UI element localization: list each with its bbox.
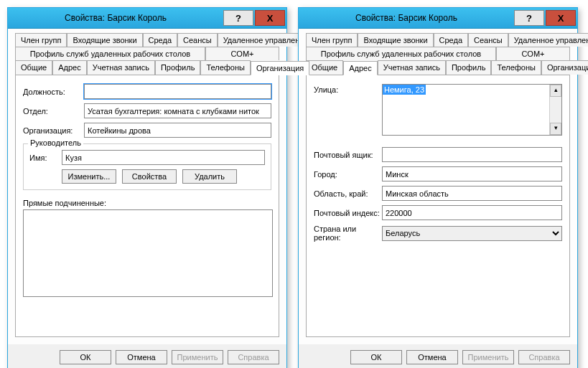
manager-delete-button[interactable]: Удалить bbox=[182, 169, 237, 184]
tab-incoming-calls[interactable]: Входящие звонки bbox=[358, 33, 433, 47]
help-button[interactable]: ? bbox=[223, 10, 253, 26]
cancel-button[interactable]: Отмена bbox=[116, 350, 167, 364]
properties-dialog-org: Свойства: Барсик Король ? X Член групп В… bbox=[7, 7, 287, 368]
manager-group-legend: Руководитель bbox=[28, 138, 83, 147]
close-button[interactable]: X bbox=[546, 10, 576, 26]
pobox-label: Почтовый ящик: bbox=[314, 151, 382, 159]
department-input[interactable] bbox=[84, 103, 271, 118]
tab-organization[interactable]: Организация bbox=[251, 61, 309, 75]
zip-input[interactable] bbox=[382, 205, 562, 220]
apply-button[interactable]: Применить bbox=[462, 350, 514, 364]
direct-reports-label: Прямые подчиненные: bbox=[23, 199, 271, 207]
tab-address[interactable]: Адрес bbox=[343, 61, 378, 75]
apply-button[interactable]: Применить bbox=[172, 350, 223, 364]
tab-panel-organization: Должность: Отдел: Организация: Руководит… bbox=[15, 75, 279, 337]
city-input[interactable] bbox=[382, 166, 562, 181]
window-title: Свойства: Барсик Король bbox=[299, 13, 514, 23]
cancel-button[interactable]: Отмена bbox=[406, 350, 458, 364]
scroll-up-icon[interactable]: ▴ bbox=[550, 85, 561, 97]
dialog-footer: ОК Отмена Применить Справка bbox=[299, 344, 577, 368]
tab-incoming-calls[interactable]: Входящие звонки bbox=[67, 33, 142, 47]
pobox-input[interactable] bbox=[382, 147, 562, 162]
tab-account[interactable]: Учетная запись bbox=[378, 60, 446, 75]
tab-profile[interactable]: Профиль bbox=[155, 60, 201, 75]
tab-address[interactable]: Адрес bbox=[52, 60, 87, 75]
tab-phones[interactable]: Телефоны bbox=[200, 60, 251, 75]
manager-change-button[interactable]: Изменить... bbox=[62, 169, 116, 184]
help-button-footer[interactable]: Справка bbox=[518, 350, 570, 364]
tab-rdp-profile[interactable]: Профиль служб удаленных рабочих столов bbox=[15, 47, 205, 60]
ok-button[interactable]: ОК bbox=[350, 350, 402, 364]
scroll-down-icon[interactable]: ▾ bbox=[550, 123, 561, 135]
tab-rdp-profile[interactable]: Профиль служб удаленных рабочих столов bbox=[306, 47, 496, 60]
tab-general[interactable]: Общие bbox=[306, 60, 343, 75]
tab-com-plus[interactable]: COM+ bbox=[496, 47, 570, 60]
titlebar[interactable]: Свойства: Барсик Король ? X bbox=[299, 8, 577, 29]
region-input[interactable] bbox=[382, 186, 562, 201]
position-input[interactable] bbox=[84, 84, 271, 99]
close-button[interactable]: X bbox=[255, 10, 285, 26]
region-label: Область, край: bbox=[314, 189, 382, 198]
country-select[interactable]: Беларусь bbox=[382, 226, 562, 241]
manager-group: Руководитель Имя: Изменить... Свойства У… bbox=[23, 143, 271, 190]
direct-reports-list[interactable] bbox=[23, 209, 273, 297]
manager-name-label: Имя: bbox=[29, 154, 62, 162]
tab-phones[interactable]: Телефоны bbox=[491, 60, 541, 75]
position-label: Должность: bbox=[23, 88, 84, 96]
dialog-footer: ОК Отмена Применить Справка bbox=[8, 344, 286, 368]
window-title: Свойства: Барсик Король bbox=[8, 13, 223, 23]
ok-button[interactable]: ОК bbox=[60, 350, 111, 364]
street-value: Немига, 23 bbox=[383, 85, 426, 95]
department-label: Отдел: bbox=[23, 107, 84, 115]
street-scrollbar[interactable]: ▴ ▾ bbox=[549, 85, 561, 135]
tab-profile[interactable]: Профиль bbox=[446, 60, 492, 75]
tab-com-plus[interactable]: COM+ bbox=[205, 47, 279, 60]
tab-general[interactable]: Общие bbox=[15, 60, 52, 75]
help-button[interactable]: ? bbox=[514, 10, 544, 26]
tab-sessions[interactable]: Сеансы bbox=[468, 33, 508, 47]
tab-sessions[interactable]: Сеансы bbox=[177, 33, 218, 47]
street-textarea[interactable]: Немига, 23 ▴ ▾ bbox=[382, 84, 562, 136]
tabstrip: Член групп Входящие звонки Среда Сеансы … bbox=[15, 33, 279, 75]
tab-account[interactable]: Учетная запись bbox=[87, 60, 155, 75]
tab-organization[interactable]: Организация bbox=[541, 60, 588, 75]
titlebar[interactable]: Свойства: Барсик Король ? X bbox=[8, 8, 286, 29]
help-button-footer[interactable]: Справка bbox=[228, 350, 279, 364]
street-label: Улица: bbox=[314, 84, 382, 94]
country-label: Страна или регион: bbox=[314, 225, 382, 242]
tabstrip: Член групп Входящие звонки Среда Сеансы … bbox=[306, 33, 570, 75]
zip-label: Почтовый индекс: bbox=[314, 209, 382, 217]
tab-environment[interactable]: Среда bbox=[434, 33, 468, 47]
tab-member-of[interactable]: Член групп bbox=[306, 33, 358, 47]
company-input[interactable] bbox=[84, 123, 271, 138]
city-label: Город: bbox=[314, 170, 382, 179]
manager-properties-button[interactable]: Свойства bbox=[122, 169, 177, 184]
tab-panel-address: Улица: Немига, 23 ▴ ▾ Почтовый ящик: Гор… bbox=[306, 75, 570, 337]
tab-member-of[interactable]: Член групп bbox=[15, 33, 67, 47]
properties-dialog-address: Свойства: Барсик Король ? X Член групп В… bbox=[298, 7, 578, 368]
manager-name-input[interactable] bbox=[62, 150, 265, 165]
company-label: Организация: bbox=[23, 126, 84, 135]
tab-environment[interactable]: Среда bbox=[143, 33, 177, 47]
tab-remote-control[interactable]: Удаленное управление bbox=[508, 33, 588, 47]
